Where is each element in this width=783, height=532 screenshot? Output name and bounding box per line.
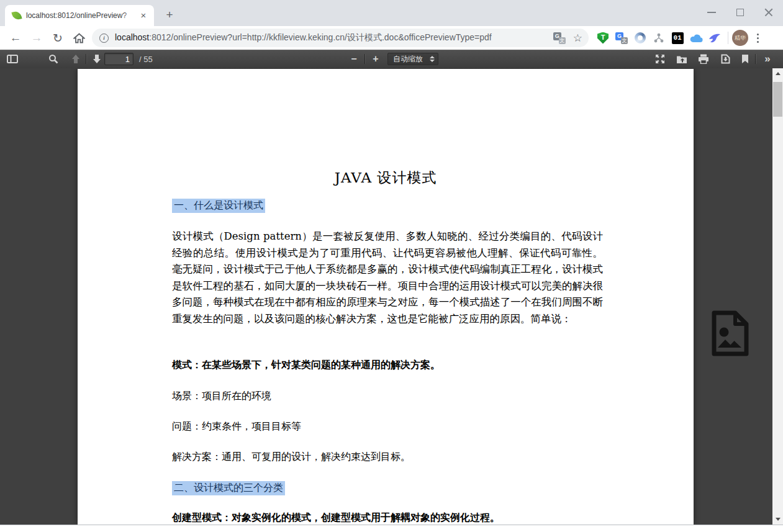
browser-tab[interactable]: localhost:8012/onlinePreview? ×: [5, 5, 154, 26]
image-preview-button[interactable]: [708, 309, 752, 358]
previous-page-button[interactable]: [67, 50, 84, 68]
spring-leaf-favicon: [11, 10, 22, 20]
minimize-button[interactable]: [697, 0, 726, 25]
document-paragraph: 设计模式（Design pattern）是一套被反复使用、多数人知晓的、经过分类…: [172, 228, 603, 328]
browser-toolbar: ← → ↻ i localhost:8012/onlinePreview?url…: [0, 26, 783, 50]
download-icon: [721, 54, 730, 64]
zoom-level-value: 自动缩放: [393, 54, 423, 65]
new-tab-button[interactable]: +: [161, 7, 178, 24]
bird-extension-icon[interactable]: [705, 29, 724, 47]
back-button[interactable]: ←: [6, 29, 25, 47]
window-controls: [697, 0, 783, 25]
maximize-button[interactable]: [726, 0, 754, 25]
url-text: localhost:8012/onlinePreview?url=http://…: [115, 32, 553, 43]
toolbar-separator: [728, 32, 728, 44]
site-info-icon[interactable]: i: [99, 34, 109, 43]
proxy-extension-icon[interactable]: [649, 29, 668, 47]
scrollbar-thumb[interactable]: [773, 82, 782, 117]
print-button[interactable]: [695, 50, 712, 68]
presentation-mode-button[interactable]: [651, 50, 669, 68]
swirl-extension-icon[interactable]: [631, 29, 649, 47]
profile-avatar[interactable]: 精华: [732, 30, 748, 46]
select-arrows-icon: [430, 56, 435, 62]
home-icon: [73, 33, 85, 43]
document-heading-1: 一、什么是设计模式: [172, 199, 265, 213]
tampermonkey-extension-icon[interactable]: T: [594, 29, 612, 47]
fullscreen-icon: [654, 53, 666, 65]
url-bar[interactable]: i localhost:8012/onlinePreview?url=http:…: [92, 29, 589, 47]
document-heading-2: 二、设计模式的三个分类: [172, 481, 285, 495]
arrow-up-icon: [71, 54, 80, 64]
close-button[interactable]: [754, 0, 783, 25]
maximize-icon: [736, 9, 744, 16]
sidebar-icon: [7, 55, 18, 63]
translate-page-icon[interactable]: G 文: [553, 32, 566, 44]
zoom-level-select[interactable]: 自动缩放: [387, 53, 438, 65]
tab-close-icon[interactable]: ×: [138, 10, 149, 21]
badge-01-extension-icon[interactable]: 01: [668, 29, 687, 47]
cloud-extension-icon[interactable]: [687, 29, 705, 47]
search-icon: [48, 54, 58, 64]
browser-menu-button[interactable]: [748, 29, 767, 47]
bookmark-icon: [741, 54, 749, 64]
toolbar-separator: [364, 54, 365, 64]
toolbar-separator: [86, 54, 86, 64]
kebab-menu-icon: [757, 37, 759, 39]
browser-window: localhost:8012/onlinePreview? × + ← → ↻ …: [0, 0, 783, 532]
bookmark-star-icon[interactable]: ☆: [573, 32, 582, 45]
zoom-out-button[interactable]: −: [345, 50, 363, 68]
tab-title-fade: [123, 9, 137, 22]
document-title: JAVA 设计模式: [78, 168, 694, 187]
page-total-label: / 55: [139, 55, 153, 64]
zoom-in-button[interactable]: +: [367, 50, 384, 68]
next-page-button[interactable]: [88, 50, 106, 68]
scrollbar[interactable]: [772, 68, 783, 525]
scroll-down-icon: [776, 518, 781, 521]
document-line-problem: 问题：约束条件，项目目标等: [172, 420, 301, 433]
translate-extension-icon[interactable]: G 文: [612, 29, 631, 47]
pdf-page: JAVA 设计模式 一、什么是设计模式 设计模式（Design pattern）…: [78, 69, 694, 525]
bottom-strip: [0, 525, 783, 532]
open-file-button[interactable]: [673, 50, 690, 68]
sidebar-toggle-button[interactable]: [4, 50, 21, 68]
image-file-icon: [710, 310, 751, 356]
refresh-button[interactable]: ↻: [48, 29, 67, 47]
pdf-toolbar: / 55 − + 自动缩放 »: [0, 50, 783, 68]
printer-icon: [698, 54, 709, 64]
folder-upload-icon: [676, 55, 687, 64]
page-number-input[interactable]: [104, 53, 134, 65]
toolbar-separator: [755, 54, 756, 64]
bookmark-view-button[interactable]: [736, 50, 754, 68]
tab-strip: localhost:8012/onlinePreview? × +: [0, 0, 783, 26]
more-tools-button[interactable]: »: [759, 50, 776, 68]
minimize-icon: [707, 12, 716, 13]
extensions-row: T G 文 01 精华: [594, 26, 767, 50]
document-line-solution: 解决方案：通用、可复用的设计，解决约束达到目标。: [172, 451, 410, 464]
scroll-up-button[interactable]: [772, 68, 783, 79]
tab-title: localhost:8012/onlinePreview?: [26, 11, 130, 20]
scroll-down-button[interactable]: [772, 514, 783, 525]
document-bold-line-creational: 创建型模式：对象实例化的模式，创建型模式用于解耦对象的实例化过程。: [172, 512, 500, 525]
home-button[interactable]: [70, 29, 88, 47]
find-button[interactable]: [45, 50, 62, 68]
pdf-viewer: JAVA 设计模式 一、什么是设计模式 设计模式（Design pattern）…: [0, 68, 783, 525]
document-line-scene: 场景：项目所在的环境: [172, 390, 271, 403]
download-button[interactable]: [717, 50, 734, 68]
scroll-up-icon: [776, 72, 781, 75]
document-bold-line-pattern: 模式：在某些场景下，针对某类问题的某种通用的解决方案。: [172, 359, 440, 372]
arrow-down-icon: [93, 54, 101, 64]
forward-button[interactable]: →: [27, 29, 46, 47]
